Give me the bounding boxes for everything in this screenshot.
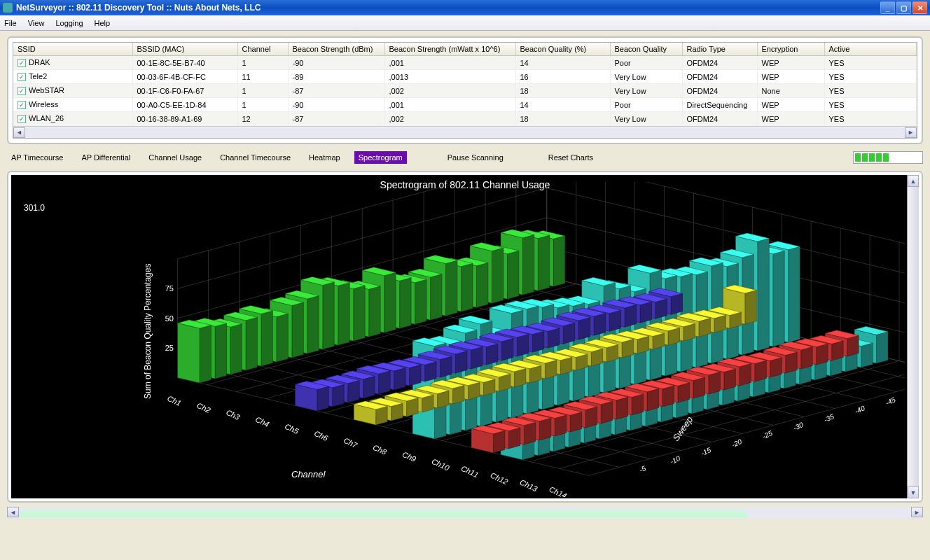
row-checkbox[interactable]: ✓ <box>18 87 26 95</box>
app-icon <box>3 3 13 13</box>
table-h-scrollbar[interactable]: ◄ ► <box>13 126 917 138</box>
table-cell: YES <box>824 70 917 84</box>
svg-text:-30: -30 <box>792 421 805 432</box>
table-cell: YES <box>824 112 917 126</box>
tab-ap-differential[interactable]: AP Differential <box>77 151 134 164</box>
svg-marker-419 <box>501 339 513 361</box>
svg-marker-200 <box>678 383 689 402</box>
svg-marker-407 <box>563 323 574 344</box>
table-cell: ✓WLAN_26 <box>13 112 132 126</box>
svg-text:-45: -45 <box>884 396 897 407</box>
table-cell: 1 <box>237 98 288 112</box>
svg-marker-470 <box>492 248 503 304</box>
table-header-row: SSID BSSID (MAC) Channel Beacon Strength… <box>13 43 917 56</box>
table-row[interactable]: ✓WLAN_2600-16-38-89-A1-6912-87,00218Very… <box>13 112 917 126</box>
svg-marker-518 <box>246 318 257 371</box>
col-encryption[interactable]: Encryption <box>757 43 824 56</box>
table-cell: ✓DRAK <box>13 56 132 70</box>
scroll-left-icon[interactable]: ◄ <box>13 127 25 138</box>
chart-h-scrollbar[interactable]: ◄ ► <box>7 507 923 519</box>
svg-marker-506 <box>307 296 319 354</box>
minimize-button[interactable]: _ <box>880 1 895 14</box>
table-cell: 00-03-6F-4B-CF-FC <box>132 70 237 84</box>
tab-channel-timecourse[interactable]: Channel Timecourse <box>216 151 295 164</box>
svg-marker-503 <box>323 282 334 349</box>
svg-marker-221 <box>570 412 581 432</box>
col-quality-pct[interactable]: Beacon Quality (%) <box>515 43 610 56</box>
chart-panel: Spectrogram of 802.11 Channel Usage 301.… <box>7 171 923 503</box>
menu-view[interactable]: View <box>28 19 45 27</box>
svg-marker-497 <box>354 286 365 341</box>
svg-marker-473 <box>476 263 487 308</box>
col-radio[interactable]: Radio Type <box>682 43 757 56</box>
row-checkbox[interactable]: ✓ <box>18 73 26 81</box>
table-row[interactable]: ✓Tele200-03-6F-4B-CF-FC11-89,001316Very … <box>13 70 917 84</box>
col-beacon-mwatt[interactable]: Beacon Strength (mWatt x 10^6) <box>384 43 515 56</box>
svg-marker-179 <box>786 353 797 374</box>
svg-text:Ch12: Ch12 <box>489 471 509 486</box>
svg-text:-40: -40 <box>854 404 866 415</box>
menu-file[interactable]: File <box>4 19 17 27</box>
svg-marker-485 <box>415 280 426 325</box>
svg-marker-167 <box>847 336 859 357</box>
row-checkbox[interactable]: ✓ <box>18 101 26 109</box>
svg-marker-404 <box>578 318 590 340</box>
scroll-right-icon[interactable]: ► <box>905 127 917 138</box>
scroll-down-icon[interactable]: ▼ <box>908 486 919 498</box>
svg-marker-203 <box>662 386 674 407</box>
tab-heatmap[interactable]: Heatmap <box>305 151 345 164</box>
svg-marker-398 <box>609 311 620 332</box>
col-ssid[interactable]: SSID <box>13 43 132 56</box>
svg-marker-464 <box>522 235 534 295</box>
close-button[interactable]: ✕ <box>912 1 927 14</box>
svg-marker-392 <box>640 302 651 323</box>
svg-marker-509 <box>292 302 303 358</box>
tab-spectrogram[interactable]: Spectrogram <box>354 151 407 164</box>
scroll-right-icon[interactable]: ► <box>911 507 923 517</box>
row-checkbox[interactable]: ✓ <box>18 115 26 123</box>
table-row[interactable]: ✓Wireless00-A0-C5-EE-1D-841-90,00114Poor… <box>13 98 917 112</box>
svg-marker-245 <box>758 239 769 351</box>
svg-marker-528 <box>178 323 200 384</box>
table-row[interactable]: ✓WebSTAR00-1F-C6-F0-FA-671-87,00218Very … <box>13 84 917 98</box>
maximize-button[interactable]: ▢ <box>896 1 911 14</box>
table-row[interactable]: ✓DRAK00-1E-8C-5E-B7-401-90,00114PoorOFDM… <box>13 56 917 70</box>
svg-text:-35: -35 <box>823 412 835 424</box>
svg-marker-239 <box>789 247 800 343</box>
svg-text:Ch4: Ch4 <box>254 415 270 428</box>
table-cell: 16 <box>515 70 610 84</box>
table-cell: OFDM24 <box>682 112 757 126</box>
action-pause-scanning[interactable]: Pause Scanning <box>443 151 508 164</box>
svg-marker-230 <box>524 423 535 445</box>
scroll-up-icon[interactable]: ▲ <box>908 175 919 187</box>
svg-text:Ch14: Ch14 <box>548 485 568 497</box>
tab-channel-usage[interactable]: Channel Usage <box>144 151 206 164</box>
col-bssid[interactable]: BSSID (MAC) <box>132 43 237 56</box>
col-channel[interactable]: Channel <box>237 43 288 56</box>
svg-marker-215 <box>601 402 612 424</box>
tab-ap-timecourse[interactable]: AP Timecourse <box>7 151 67 164</box>
chart-v-scrollbar[interactable]: ▲ ▼ <box>907 175 919 498</box>
svg-marker-488 <box>400 278 411 328</box>
col-quality[interactable]: Beacon Quality <box>610 43 682 56</box>
svg-text:Ch13: Ch13 <box>518 478 539 493</box>
svg-marker-461 <box>538 236 549 291</box>
col-active[interactable]: Active <box>824 43 917 56</box>
col-beacon-dbm[interactable]: Beacon Strength (dBm) <box>288 43 384 56</box>
svg-marker-515 <box>261 311 272 366</box>
table-cell: ✓Tele2 <box>13 70 132 84</box>
menu-help[interactable]: Help <box>95 19 111 27</box>
table-cell: WEP <box>757 112 824 126</box>
svg-text:-5: -5 <box>638 465 647 475</box>
svg-marker-479 <box>446 260 457 316</box>
menu-logging[interactable]: Logging <box>55 19 83 27</box>
svg-marker-452 <box>333 385 344 407</box>
svg-marker-197 <box>693 378 705 399</box>
svg-marker-527 <box>200 326 211 384</box>
scroll-left-icon[interactable]: ◄ <box>7 507 19 517</box>
network-table-panel: SSID BSSID (MAC) Channel Beacon Strength… <box>7 36 923 144</box>
svg-marker-98 <box>861 344 873 368</box>
table-cell: 00-1F-C6-F0-FA-67 <box>132 84 237 98</box>
row-checkbox[interactable]: ✓ <box>18 59 26 67</box>
action-reset-charts[interactable]: Reset Charts <box>544 151 597 164</box>
